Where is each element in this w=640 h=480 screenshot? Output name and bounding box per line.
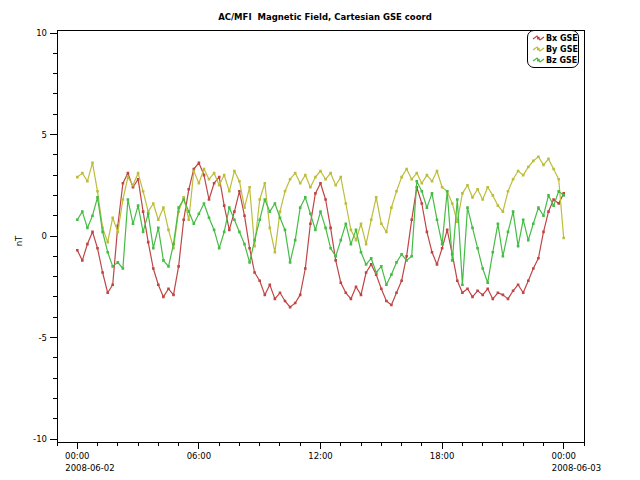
legend-label-bz: Bz GSE — [546, 56, 577, 65]
bx-series-marker-icon — [532, 34, 545, 43]
x-axis-start-date: 2008-06-02 — [65, 463, 114, 473]
legend-label-by: By GSE — [546, 45, 578, 54]
svg-text:5: 5 — [42, 130, 47, 140]
legend-entry-bx[interactable]: Bx GSE — [532, 33, 578, 44]
legend: Bx GSE By GSE Bz GSE — [527, 30, 579, 68]
legend-label-bx: Bx GSE — [546, 34, 578, 43]
legend-entry-by[interactable]: By GSE — [532, 44, 578, 55]
svg-text:18:00: 18:00 — [430, 451, 455, 461]
axis-frame — [57, 30, 584, 442]
plot-canvas[interactable]: -10-5051000:0006:0012:0018:0000:002008-0… — [0, 0, 640, 480]
svg-text:06:00: 06:00 — [187, 451, 212, 461]
svg-text:00:00: 00:00 — [551, 451, 576, 461]
svg-text:-5: -5 — [39, 333, 47, 343]
plot-window: AC/MFI Magnetic Field, Cartesian GSE coo… — [0, 0, 640, 480]
series-bz-gse-line — [77, 181, 563, 285]
svg-text:12:00: 12:00 — [308, 451, 333, 461]
by-series-marker-icon — [532, 45, 545, 54]
series-bx-gse-line — [77, 163, 563, 307]
series-by-gse-markers — [76, 156, 565, 254]
axis-tick-labels: -10-5051000:0006:0012:0018:0000:002008-0… — [33, 28, 601, 473]
svg-text:10: 10 — [36, 28, 47, 38]
series-bx-gse — [76, 162, 565, 309]
axis-ticks — [50, 33, 584, 449]
svg-text:-10: -10 — [33, 434, 47, 444]
svg-text:0: 0 — [42, 231, 47, 241]
svg-text:00:00: 00:00 — [65, 451, 90, 461]
series-by-gse — [76, 156, 565, 254]
bz-series-marker-icon — [532, 56, 545, 65]
series-bx-gse-markers — [76, 162, 565, 309]
legend-entry-bz[interactable]: Bz GSE — [532, 55, 578, 66]
x-axis-end-date: 2008-06-03 — [552, 463, 601, 473]
